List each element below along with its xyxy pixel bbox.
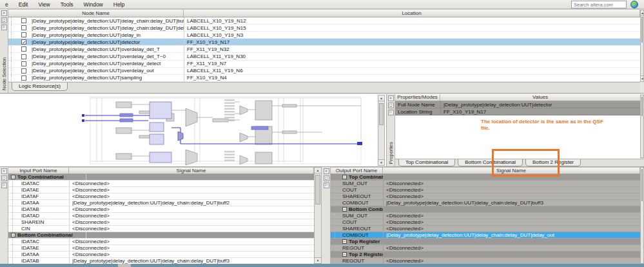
restore-icon[interactable]: ◻ — [324, 175, 329, 181]
tab-top-combinational[interactable]: Top Combinational — [398, 159, 455, 166]
menu-help[interactable]: Help — [108, 1, 130, 8]
port-group-row[interactable]: −Top Register — [331, 239, 640, 245]
node-table-header: Node Name Location — [8, 9, 640, 17]
node-row[interactable]: |Delay_prototype|delay_detection:UUT|sam… — [8, 75, 640, 82]
port-row[interactable]: IDATAB<Disconnected> — [8, 206, 314, 213]
node-name: |Delay_prototype|delay_detection:UUT|del… — [32, 18, 184, 24]
node-row[interactable]: |Delay_prototype|delay_detection:UUT|del… — [8, 32, 640, 39]
menu-file-partial[interactable]: e — [0, 1, 14, 8]
node-row[interactable]: |Delay_prototype|delay_detection:UUT|ove… — [8, 68, 640, 75]
port-group-row[interactable]: −Bottom Combinational — [8, 232, 314, 239]
node-checkbox[interactable] — [21, 46, 26, 52]
port-row[interactable]: IDATAA|Delay_prototype|delay_detection:U… — [8, 200, 314, 206]
node-name-column-header[interactable]: Node Name — [8, 10, 184, 17]
menu-tools[interactable]: Tools — [55, 1, 79, 8]
values-column-header[interactable]: Values — [440, 94, 640, 101]
port-row[interactable]: COUT<Disconnected> — [331, 187, 640, 193]
properties-scrollbar[interactable] — [640, 95, 644, 158]
port-row[interactable]: IDATAD<Disconnected> — [8, 213, 314, 219]
node-table-scrollbar[interactable]: ▲▼ — [640, 10, 644, 82]
port-row[interactable]: SUM_OUT<Disconnected> — [331, 213, 640, 219]
location-column-header[interactable]: Location — [184, 10, 640, 17]
port-row[interactable]: SHAREOUT<Disconnected> — [331, 193, 640, 200]
node-row[interactable]: |Delay_prototype|delay_detection:UUT|ove… — [8, 46, 640, 53]
port-group-row[interactable]: −Top Combinational — [8, 174, 314, 181]
port-row[interactable]: IDATAE<Disconnected> — [8, 187, 314, 193]
pin-icon[interactable]: ⚐ — [324, 183, 329, 188]
menu-view[interactable]: View — [33, 1, 55, 8]
menu-edit[interactable]: Edit — [14, 1, 34, 8]
port-row[interactable]: IDATAC<Disconnected> — [8, 181, 314, 187]
menu-bar: e Edit View Tools Window Help — [0, 0, 644, 9]
node-location: FF_X10_Y19_N17 — [184, 39, 640, 45]
node-panel-tabstrip: Logic Resource(s) — [8, 82, 640, 93]
port-group-row[interactable]: −Bottom Combinational — [331, 206, 640, 213]
collapse-icon[interactable]: − — [342, 175, 347, 179]
node-checkbox-checked[interactable]: ✓ — [21, 39, 26, 44]
port-row[interactable]: IDATAC<Disconnected> — [8, 239, 314, 245]
port-row[interactable]: SHAREOUT<Disconnected> — [331, 226, 640, 232]
input-signal-name-column-header[interactable]: Signal Name — [69, 168, 314, 173]
schematic-viewer[interactable] — [0, 94, 387, 166]
pin-icon[interactable]: ⚐ — [1, 183, 7, 188]
node-checkbox[interactable] — [21, 25, 26, 30]
close-icon[interactable]: × — [1, 168, 7, 174]
port-row[interactable]: COMBOUT|Delay_prototype|delay_detection:… — [331, 200, 640, 206]
output-port-name-column-header[interactable]: Output Port Name — [331, 168, 383, 173]
node-checkbox[interactable] — [21, 54, 26, 59]
node-checkbox[interactable] — [21, 32, 26, 37]
close-icon[interactable]: × — [388, 95, 394, 101]
output-panel-strip: × ◻ ⚐ — [322, 167, 331, 264]
property-row[interactable]: Full Node Name |Delay_prototype|delay_de… — [395, 101, 640, 108]
node-row[interactable]: |Delay_prototype|delay_detection:UUT|ove… — [8, 61, 640, 68]
search-input[interactable] — [571, 1, 627, 8]
node-row[interactable]: |Delay_prototype|delay_detection:UUT|ove… — [8, 53, 640, 60]
globe-icon[interactable] — [630, 1, 638, 8]
port-row-highlighted[interactable]: COMBOUT|Delay_prototype|delay_detection:… — [331, 232, 640, 239]
schematic-canvas — [0, 94, 377, 166]
collapse-icon[interactable]: − — [11, 233, 15, 237]
node-selection-label: Node Selection — [1, 57, 7, 90]
close-icon[interactable]: × — [324, 168, 329, 174]
node-checkbox[interactable] — [21, 75, 26, 81]
port-row[interactable]: IDATAE<Disconnected> — [8, 245, 314, 252]
node-name: |Delay_prototype|delay_detection:UUT|sam… — [32, 75, 184, 81]
horizontal-scrollbar-thumb[interactable] — [118, 264, 131, 267]
property-row[interactable]: Location String FF_X10_Y19_N17 — [395, 108, 640, 115]
port-group-row[interactable]: −Top Combinational — [331, 174, 640, 181]
node-row[interactable]: |Delay_prototype|delay_detection:UUT|del… — [8, 25, 640, 32]
port-row[interactable]: REGOUT<Disconnected> — [331, 245, 640, 252]
input-table-scrollbar[interactable]: ▲▼ — [314, 167, 322, 264]
collapse-icon[interactable]: − — [342, 252, 347, 257]
pin-icon[interactable]: ⚐ — [388, 110, 394, 115]
port-row[interactable]: COUT<Disconnected> — [331, 219, 640, 226]
menu-window[interactable]: Window — [79, 1, 108, 8]
collapse-icon[interactable]: − — [342, 239, 347, 244]
input-port-name-column-header[interactable]: Input Port Name — [8, 168, 69, 173]
restore-icon[interactable]: ◻ — [1, 175, 7, 181]
node-checkbox[interactable] — [21, 18, 26, 23]
node-row[interactable]: |Delay_prototype|delay_detection:UUT|del… — [8, 17, 640, 25]
port-group-row[interactable]: −Top 2 Register — [331, 252, 640, 258]
properties-modes-column-header[interactable]: Properties/Modes — [395, 94, 440, 101]
close-icon[interactable]: × — [1, 10, 7, 16]
port-row[interactable]: IDATAA<Disconnected> — [8, 252, 314, 258]
node-checkbox[interactable] — [21, 61, 26, 66]
node-checkbox[interactable] — [21, 68, 26, 74]
collapse-icon[interactable]: − — [11, 175, 15, 179]
restore-icon[interactable]: ◻ — [388, 103, 394, 108]
node-location: FF_X11_Y19_N7 — [184, 61, 640, 67]
pin-icon[interactable]: ⚐ — [1, 25, 7, 30]
output-table-scrollbar[interactable] — [640, 167, 644, 264]
node-row-selected[interactable]: ✓|Delay_prototype|delay_detection:UUT|de… — [8, 39, 640, 46]
node-location: FF_X10_Y19_N4 — [184, 75, 640, 81]
tab-logic-resources[interactable]: Logic Resource(s) — [12, 83, 68, 91]
collapse-icon[interactable]: − — [342, 207, 347, 212]
restore-icon[interactable]: ◻ — [1, 17, 7, 23]
port-row[interactable]: CIN<Disconnected> — [8, 226, 314, 232]
port-row[interactable]: SUM_OUT<Disconnected> — [331, 181, 640, 187]
port-row[interactable]: IDATAF<Disconnected> — [8, 193, 314, 200]
schematic-scrollbar[interactable]: ▲▼ — [378, 95, 385, 166]
property-name: Full Node Name — [395, 102, 440, 108]
port-row[interactable]: SHAREIN<Disconnected> — [8, 219, 314, 226]
